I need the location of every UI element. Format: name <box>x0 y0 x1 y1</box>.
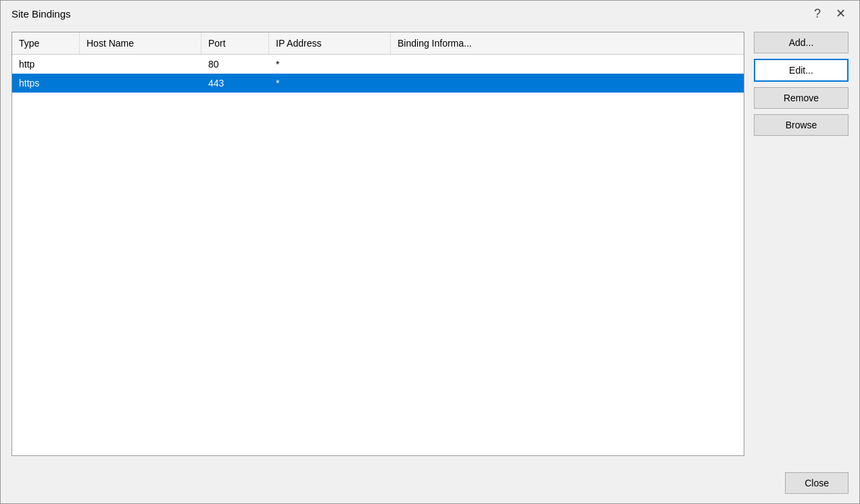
table-header-port: Port <box>201 32 269 54</box>
remove-button[interactable]: Remove <box>754 87 849 109</box>
table-cell-binding <box>391 60 744 68</box>
table-cell-type: https <box>12 74 80 93</box>
edit-button[interactable]: Edit... <box>754 59 849 82</box>
table-header-type: Type <box>12 32 80 54</box>
table-cell-hostname <box>80 60 201 68</box>
table-cell-binding <box>391 79 744 87</box>
add-button[interactable]: Add... <box>754 32 849 53</box>
browse-button[interactable]: Browse <box>754 114 849 136</box>
table-cell-port: 80 <box>201 55 269 74</box>
table-header: TypeHost NamePortIP AddressBinding Infor… <box>12 32 744 55</box>
table-header-binding: Binding Informa... <box>391 32 744 54</box>
title-bar: Site Bindings ? ✕ <box>1 1 859 25</box>
table-body: http80*https443* <box>12 55 744 455</box>
table-cell-hostname <box>80 79 201 87</box>
table-header-ip: IP Address <box>269 32 391 54</box>
table-cell-ip: * <box>269 55 391 74</box>
close-button[interactable]: Close <box>785 472 849 494</box>
table-row[interactable]: https443* <box>12 74 744 93</box>
table-header-hostname: Host Name <box>80 32 201 54</box>
dialog-body: TypeHost NamePortIP AddressBinding Infor… <box>1 25 859 467</box>
bindings-table-panel: TypeHost NamePortIP AddressBinding Infor… <box>11 32 744 456</box>
table-row[interactable]: http80* <box>12 55 744 74</box>
help-button[interactable]: ? <box>811 7 823 20</box>
dialog-footer: Close <box>1 467 859 503</box>
table-cell-port: 443 <box>201 74 269 93</box>
site-bindings-dialog: Site Bindings ? ✕ TypeHost NamePortIP Ad… <box>0 0 860 504</box>
close-icon-button[interactable]: ✕ <box>833 7 849 20</box>
table-cell-type: http <box>12 55 80 74</box>
table-cell-ip: * <box>269 74 391 93</box>
dialog-title: Site Bindings <box>11 8 71 20</box>
title-bar-controls: ? ✕ <box>811 7 849 20</box>
sidebar-buttons: Add...Edit...RemoveBrowse <box>754 32 849 456</box>
